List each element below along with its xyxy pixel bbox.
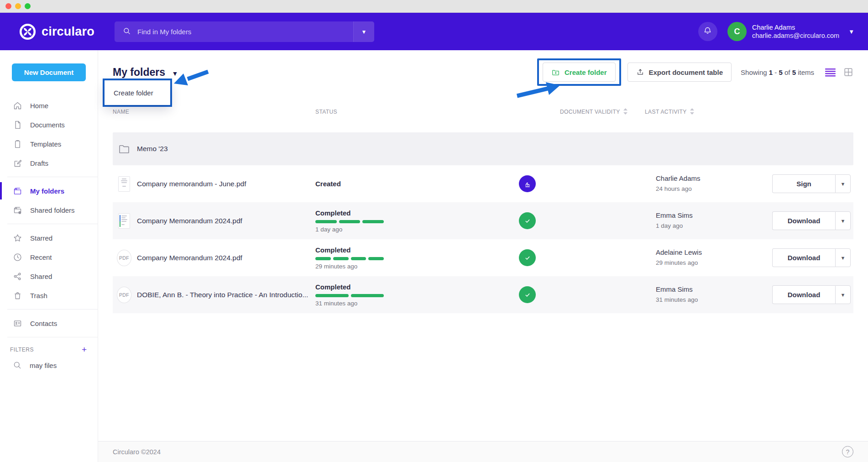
new-document-button[interactable]: New Document [12,63,86,81]
table-row[interactable]: PDF Company Memorandum 2024.pdf Complete… [113,239,853,276]
chevron-down-icon: ▼ [841,255,846,261]
clipboard-icon [13,139,22,149]
folder-row[interactable]: Memo '23 [113,132,853,165]
status-label: Completed [315,209,512,217]
sidebar-item-drafts[interactable]: Drafts [0,153,98,173]
export-icon [636,68,644,76]
page-title-dropdown[interactable]: My folders ▼ [113,66,178,79]
action-dropdown-button[interactable]: ▼ [835,174,851,193]
folder-icon [117,142,131,155]
grid-view-icon[interactable] [843,67,853,77]
export-document-table-button[interactable]: Export document table [627,63,732,82]
sidebar-item-label: Recent [30,253,52,261]
status-label: Completed [315,283,512,291]
sidebar-item-documents[interactable]: Documents [0,115,98,134]
shared-folder-icon [13,205,22,215]
action-dropdown-button[interactable]: ▼ [835,211,851,230]
divider [7,309,98,310]
column-header-last-activity[interactable]: LAST ACTIVITY [639,108,772,116]
chevron-down-icon: ▼ [841,292,846,298]
activity-user: Emma Sims [656,211,772,220]
sidebar-item-shared[interactable]: Shared [0,267,98,286]
search-input[interactable] [137,28,353,36]
status-time: 31 minutes ago [315,300,512,307]
menu-item-create-folder[interactable]: Create folder [114,89,153,97]
search-scope-dropdown[interactable]: ▼ [353,21,374,42]
notifications-button[interactable] [698,22,717,41]
search-icon [123,27,131,37]
status-label: Created [315,180,512,188]
close-window-button[interactable] [5,3,11,9]
bell-icon [703,26,712,37]
help-button[interactable]: ? [842,446,853,457]
sidebar-item-shared-folders[interactable]: Shared folders [0,200,98,220]
sidebar-item-label: My folders [30,187,64,195]
sidebar-item-templates[interactable]: Templates [0,134,98,153]
table-row[interactable]: PDF DOBIE, Ann B. - Theory into Practice… [113,276,853,313]
document-thumbnail-icon [117,176,131,192]
star-icon [13,233,22,243]
brand-name: circularo [42,25,94,39]
activity-time: 1 day ago [656,222,772,230]
sidebar-item-my-folders[interactable]: My folders [0,181,98,200]
sidebar-item-label: Contacts [30,320,57,327]
page-title: My folders [113,66,165,78]
sidebar-item-contacts[interactable]: Contacts [0,314,98,333]
sort-icon[interactable] [623,108,627,116]
check-badge-icon [519,286,536,303]
sidebar-item-home[interactable]: Home [0,96,98,115]
home-icon [13,101,22,110]
list-view-icon[interactable] [825,68,836,77]
table-row[interactable]: Company Memorandum 2024.pdf Completed 1 … [113,202,853,239]
add-filter-button[interactable]: + [82,345,87,354]
chevron-down-icon: ▼ [848,28,854,35]
saved-filter-label: may files [30,362,57,369]
folder-name: Memo '23 [137,145,168,153]
document-name: Company memorandum - June.pdf [137,180,246,188]
activity-user: Emma Sims [656,285,772,294]
sidebar-item-label: Templates [30,140,61,148]
status-time: 29 minutes ago [315,263,512,270]
divider [7,224,98,224]
folders-dropdown-menu: Create folder [105,80,170,105]
sidebar-item-label: Documents [30,121,65,129]
avatar: C [727,22,747,41]
sidebar-item-starred[interactable]: Starred [0,228,98,247]
create-folder-button[interactable]: Create folder [543,63,616,82]
results-count: Showing 1 - 5 of 5 items [741,68,814,76]
chevron-down-icon: ▼ [841,181,846,187]
folder-plus-icon [551,68,560,77]
chevron-down-icon: ▼ [841,218,846,224]
chevron-down-icon: ▼ [172,70,178,77]
download-button[interactable]: Download [772,285,835,304]
signature-badge-icon [519,175,536,192]
sidebar-item-label: Drafts [30,159,48,167]
annotation-highlight-box: Create folder [537,58,621,86]
action-dropdown-button[interactable]: ▼ [835,248,851,267]
sign-button[interactable]: Sign [772,174,835,193]
app-header: circularo ▼ [0,13,868,50]
column-header-document-validity[interactable]: DOCUMENT VALIDITY [512,108,639,116]
brand-logo[interactable]: circularo [19,23,94,40]
column-header-name: NAME [113,109,315,115]
user-email: charlie.adams@circularo.com [752,31,839,40]
sidebar-item-trash[interactable]: Trash [0,286,98,305]
download-button[interactable]: Download [772,248,835,267]
action-dropdown-button[interactable]: ▼ [835,285,851,304]
sort-icon[interactable] [690,108,694,116]
document-icon [13,120,22,130]
saved-filter-may-files[interactable]: may files [0,356,98,375]
sidebar-item-recent[interactable]: Recent [0,247,98,267]
zoom-window-button[interactable] [25,3,31,9]
export-label: Export document table [649,68,723,76]
user-name: Charlie Adams [752,23,839,31]
activity-user: Charlie Adams [656,174,772,183]
divider [7,177,98,177]
minimize-window-button[interactable] [15,3,21,9]
sidebar-item-label: Starred [30,234,52,242]
sidebar-item-label: Home [30,102,48,110]
download-button[interactable]: Download [772,211,835,230]
user-menu[interactable]: C Charlie Adams charlie.adams@circularo.… [727,22,854,41]
sidebar-item-label: Shared folders [30,206,75,214]
table-row[interactable]: Company memorandum - June.pdf Created Ch… [113,165,853,202]
